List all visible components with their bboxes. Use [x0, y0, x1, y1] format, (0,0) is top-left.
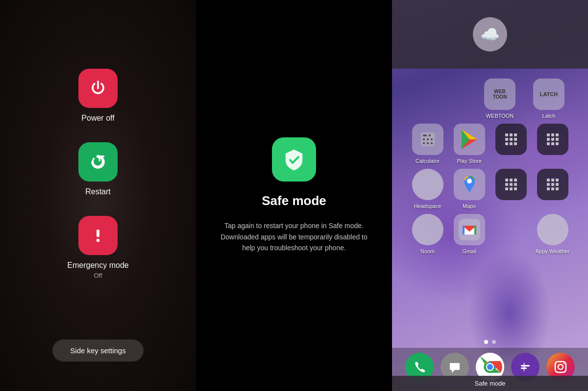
power-buttons-container: Power off ↺ Restart	[67, 69, 128, 279]
gmail-icon	[454, 214, 485, 245]
emergency-icon[interactable]	[78, 216, 118, 255]
grid-app-1[interactable]	[491, 124, 531, 155]
headspace-icon	[412, 169, 443, 200]
app-row-1: WEBTOON WEBTOON LATCH Latch	[407, 78, 573, 119]
noom-app[interactable]: Noom	[408, 214, 447, 254]
appyweather-app[interactable]: Appy Weather	[533, 214, 572, 254]
top-notification-bar: ☁️	[392, 0, 588, 69]
playstore-app[interactable]: Play Store	[450, 124, 489, 164]
svg-rect-24	[521, 365, 530, 366]
app-row-3: Headspace Maps	[407, 169, 573, 209]
restart-label: Restart	[85, 187, 111, 196]
calculator-label: Calculator	[416, 158, 440, 164]
emergency-sublabel: Off	[94, 272, 102, 279]
svg-rect-6	[427, 138, 429, 140]
power-off-item[interactable]: Power off	[78, 69, 118, 123]
emergency-label: Emergency mode	[67, 261, 128, 270]
maps-label: Maps	[463, 203, 476, 209]
emergency-item[interactable]: Emergency mode Off	[67, 216, 128, 279]
webtoon-icon: WEBTOON	[484, 78, 515, 110]
svg-point-16	[467, 179, 472, 183]
svg-rect-18	[463, 226, 465, 235]
grid-app-3[interactable]	[491, 169, 531, 200]
safe-mode-title: Safe mode	[262, 193, 326, 209]
latch-icon: LATCH	[533, 78, 564, 110]
power-menu-panel: Power off ↺ Restart	[0, 0, 196, 391]
page-dot-2[interactable]	[492, 340, 496, 344]
svg-rect-26	[523, 363, 525, 371]
safe-mode-icon[interactable]	[272, 137, 316, 182]
power-off-icon[interactable]	[78, 69, 118, 108]
latch-app[interactable]: LATCH Latch	[529, 78, 568, 119]
grid-dots-1	[505, 133, 517, 145]
noom-icon	[412, 214, 443, 245]
grid-dots-4	[547, 179, 559, 190]
weather-widget[interactable]: ☁️	[473, 17, 507, 52]
grid-app-4[interactable]	[533, 169, 572, 200]
webtoon-label: WEBTOON	[486, 113, 514, 119]
home-screen-panel: ☁️ WEBTOON WEBTOON LATCH Latch	[392, 0, 588, 391]
svg-rect-7	[431, 138, 433, 140]
svg-rect-3	[423, 134, 427, 136]
calculator-app[interactable]: Calculator	[408, 124, 447, 164]
safe-mode-panel: Safe mode Tap again to restart your phon…	[196, 0, 392, 391]
gmail-label: Gmail	[462, 248, 476, 254]
grid-dark-icon-1	[495, 124, 527, 155]
page-dot-1[interactable]	[484, 340, 488, 344]
latch-label: Latch	[542, 113, 556, 119]
power-off-label: Power off	[81, 114, 114, 123]
maps-app[interactable]: Maps	[450, 169, 489, 209]
restart-item[interactable]: ↺ Restart	[78, 142, 118, 196]
svg-rect-5	[423, 138, 425, 140]
grid-dark-icon-4	[537, 169, 568, 200]
svg-point-23	[487, 364, 493, 370]
side-key-settings-button[interactable]: Side key settings	[52, 339, 143, 362]
grid-dark-icon-3	[495, 169, 527, 200]
calculator-icon	[412, 124, 443, 155]
playstore-label: Play Store	[457, 158, 482, 164]
safe-mode-description: Tap again to restart your phone in Safe …	[220, 220, 368, 253]
restart-icon[interactable]: ↺	[78, 142, 118, 182]
safemode-badge: Safe mode	[392, 376, 588, 391]
grid-dark-icon-2	[537, 124, 568, 155]
headspace-label: Headspace	[414, 203, 441, 209]
grid-app-2[interactable]	[533, 124, 572, 155]
svg-rect-4	[429, 134, 431, 136]
appyweather-label: Appy Weather	[536, 248, 570, 254]
svg-rect-19	[474, 226, 476, 235]
svg-rect-8	[423, 142, 425, 144]
svg-rect-9	[427, 142, 429, 144]
empty-slot	[491, 214, 531, 245]
playstore-icon	[454, 124, 485, 155]
app-row-4: Noom Gmail	[407, 214, 573, 254]
svg-point-29	[564, 363, 565, 365]
gmail-app[interactable]: Gmail	[450, 214, 489, 254]
svg-rect-0	[97, 230, 99, 237]
svg-rect-1	[97, 239, 99, 242]
grid-dots-3	[505, 179, 517, 190]
webtoon-app[interactable]: WEBTOON WEBTOON	[480, 78, 519, 119]
headspace-app[interactable]: Headspace	[408, 169, 447, 209]
page-dots	[392, 336, 588, 348]
svg-rect-10	[431, 142, 433, 144]
svg-point-28	[558, 365, 563, 369]
noom-label: Noom	[420, 248, 435, 254]
app-grid: WEBTOON WEBTOON LATCH Latch	[392, 69, 588, 336]
appyweather-icon	[537, 214, 568, 245]
app-row-2: Calculator Play Store	[407, 124, 573, 164]
grid-dots-2	[547, 133, 559, 145]
maps-icon	[454, 169, 485, 200]
